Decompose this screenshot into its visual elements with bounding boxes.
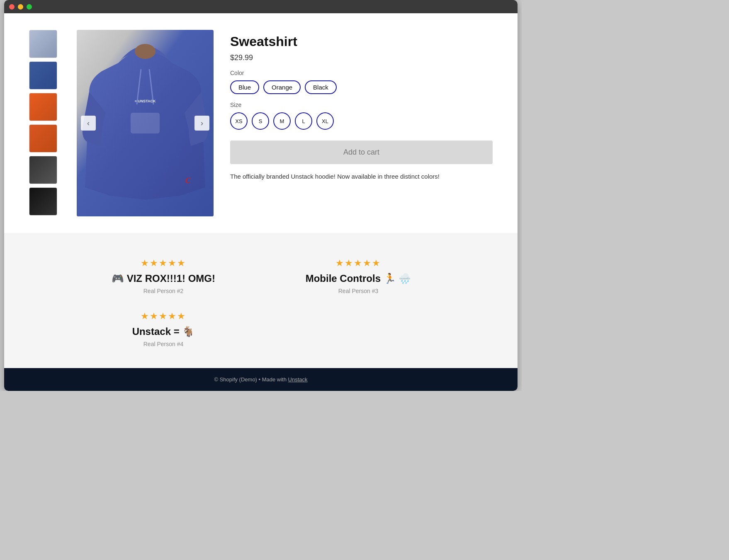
product-details: Sweatshirt $29.99 Color Blue Orange Blac… — [230, 30, 493, 216]
main-image-container: ≡ UNSTACK C ‹ › — [77, 30, 214, 216]
browser-window: ≡ UNSTACK C ‹ › Sweatshirt $29.99 Color — [4, 0, 518, 391]
size-label: Size — [230, 102, 493, 108]
svg-rect-7 — [139, 46, 151, 55]
review-2-title: Mobile Controls 🏃 🌧️ — [269, 273, 447, 284]
thumbnail-list — [29, 30, 60, 216]
thumbnail-5[interactable] — [29, 156, 57, 184]
svg-text:C: C — [185, 177, 191, 185]
size-xs[interactable]: XS — [230, 112, 248, 130]
product-section: ≡ UNSTACK C ‹ › Sweatshirt $29.99 Color — [4, 13, 518, 233]
color-options: Blue Orange Black — [230, 80, 493, 94]
footer-link[interactable]: Unstack — [288, 376, 308, 383]
review-3-author: Real Person #4 — [74, 341, 253, 347]
page-content: ≡ UNSTACK C ‹ › Sweatshirt $29.99 Color — [4, 13, 518, 391]
review-3: ★★★★★ Unstack = 🐐 Real Person #4 — [74, 311, 253, 347]
thumbnail-3[interactable] — [29, 93, 57, 121]
review-3-stars: ★★★★★ — [74, 311, 253, 322]
review-3-title: Unstack = 🐐 — [74, 326, 253, 337]
review-1-stars: ★★★★★ — [74, 258, 253, 269]
color-orange[interactable]: Orange — [263, 80, 301, 94]
product-price: $29.99 — [230, 53, 493, 62]
size-xl[interactable]: XL — [316, 112, 334, 130]
color-label: Color — [230, 70, 493, 76]
footer-text: © Shopify (Demo) • Made with — [214, 376, 288, 383]
footer: © Shopify (Demo) • Made with Unstack — [4, 368, 518, 391]
close-btn[interactable] — [9, 4, 15, 10]
review-2-author: Real Person #3 — [269, 288, 447, 294]
svg-rect-3 — [131, 113, 160, 133]
reviews-grid: ★★★★★ 🎮 VIZ ROX!!!1! OMG! Real Person #2… — [74, 258, 447, 347]
thumbnail-6[interactable] — [29, 187, 57, 216]
maximize-btn[interactable] — [27, 4, 32, 10]
next-arrow[interactable]: › — [194, 116, 209, 131]
review-1-author: Real Person #2 — [74, 288, 253, 294]
thumbnail-1[interactable] — [29, 30, 57, 58]
thumbnail-2[interactable] — [29, 61, 57, 90]
svg-text:≡ UNSTACK: ≡ UNSTACK — [134, 99, 156, 103]
size-options: XS S M L XL — [230, 112, 493, 130]
review-2: ★★★★★ Mobile Controls 🏃 🌧️ Real Person #… — [269, 258, 447, 294]
thumbnail-4[interactable] — [29, 124, 57, 153]
titlebar — [4, 0, 518, 13]
size-l[interactable]: L — [295, 112, 312, 130]
review-1-title: 🎮 VIZ ROX!!!1! OMG! — [74, 273, 253, 284]
minimize-btn[interactable] — [18, 4, 23, 10]
color-black[interactable]: Black — [305, 80, 337, 94]
reviews-section: ★★★★★ 🎮 VIZ ROX!!!1! OMG! Real Person #2… — [4, 233, 518, 368]
review-1: ★★★★★ 🎮 VIZ ROX!!!1! OMG! Real Person #2 — [74, 258, 253, 294]
product-description: The officially branded Unstack hoodie! N… — [230, 172, 493, 182]
review-2-stars: ★★★★★ — [269, 258, 447, 269]
add-to-cart-button[interactable]: Add to cart — [230, 141, 493, 164]
size-s[interactable]: S — [252, 112, 269, 130]
prev-arrow[interactable]: ‹ — [81, 116, 96, 131]
size-m[interactable]: M — [273, 112, 291, 130]
color-blue[interactable]: Blue — [230, 80, 259, 94]
main-product-image: ≡ UNSTACK C — [77, 30, 214, 216]
product-title: Sweatshirt — [230, 34, 493, 49]
